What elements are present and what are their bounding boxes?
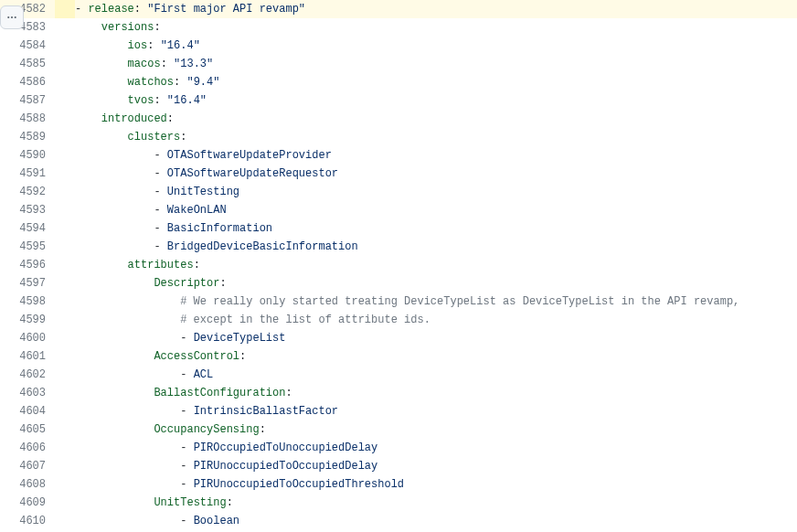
line-number[interactable]: 4585: [0, 55, 55, 73]
code-token: -: [154, 167, 166, 180]
line-number[interactable]: 4594: [0, 219, 55, 238]
line-number[interactable]: 4607: [0, 457, 55, 475]
line-number[interactable]: 4600: [0, 329, 55, 347]
code-token: -: [75, 3, 88, 16]
diff-marker: [55, 219, 75, 238]
code-token: ios: [128, 39, 148, 52]
code-line: 4606 - PIROccupiedToUnoccupiedDelay: [0, 439, 797, 457]
code-token: BasicInformation: [167, 222, 272, 235]
code-content[interactable]: - PIRUnoccupiedToOccupiedThreshold: [75, 475, 797, 494]
line-number[interactable]: 4596: [0, 256, 55, 274]
code-token: -: [180, 442, 193, 454]
code-content[interactable]: AccessControl:: [75, 347, 797, 366]
code-token: [75, 76, 128, 89]
line-number[interactable]: 4604: [0, 402, 55, 420]
diff-marker: [55, 439, 75, 457]
code-content[interactable]: # except in the list of attribute ids.: [75, 311, 797, 329]
code-line: 4583 versions:: [0, 18, 797, 37]
line-number[interactable]: 4609: [0, 494, 55, 512]
line-number[interactable]: 4584: [0, 37, 55, 55]
code-content[interactable]: clusters:: [75, 128, 797, 146]
code-content[interactable]: macos: "13.3": [75, 55, 797, 73]
code-token: -: [154, 222, 166, 235]
code-token: -: [180, 405, 193, 418]
code-content[interactable]: - PIROccupiedToUnoccupiedDelay: [75, 439, 797, 457]
line-number[interactable]: 4595: [0, 238, 55, 256]
svg-point-1: [11, 16, 13, 18]
code-content[interactable]: - ACL: [75, 366, 797, 384]
code-content[interactable]: introduced:: [75, 110, 797, 128]
code-content[interactable]: OccupancySensing:: [75, 420, 797, 439]
line-number[interactable]: 4586: [0, 73, 55, 91]
code-token: :: [147, 39, 160, 52]
code-token: UnitTesting: [154, 496, 226, 509]
diff-marker: [55, 128, 75, 146]
line-number[interactable]: 4603: [0, 384, 55, 402]
code-token: # We really only started treating Device…: [180, 295, 739, 308]
code-token: PIRUnoccupiedToOccupiedThreshold: [194, 478, 404, 491]
code-token: -: [180, 368, 193, 381]
code-content[interactable]: - BasicInformation: [75, 219, 797, 238]
line-number[interactable]: 4601: [0, 347, 55, 366]
code-token: clusters: [128, 131, 181, 144]
code-token: -: [154, 149, 166, 162]
line-number[interactable]: 4591: [0, 165, 55, 183]
code-content[interactable]: - OTASoftwareUpdateProvider: [75, 146, 797, 165]
line-number[interactable]: 4599: [0, 311, 55, 329]
code-content[interactable]: - UnitTesting: [75, 183, 797, 201]
code-content[interactable]: BallastConfiguration:: [75, 384, 797, 402]
code-token: OccupancySensing: [154, 423, 259, 436]
code-token: -: [180, 332, 193, 345]
line-number[interactable]: 4590: [0, 146, 55, 165]
code-token: -: [154, 186, 166, 198]
line-number[interactable]: 4587: [0, 91, 55, 110]
diff-marker: [55, 183, 75, 201]
code-content[interactable]: UnitTesting:: [75, 494, 797, 512]
line-number[interactable]: 4598: [0, 293, 55, 311]
code-content[interactable]: - release: "First major API revamp": [75, 0, 797, 18]
code-content[interactable]: tvos: "16.4": [75, 91, 797, 110]
diff-marker: [55, 37, 75, 55]
code-token: :: [134, 3, 147, 16]
code-token: :: [227, 496, 233, 509]
code-content[interactable]: - BridgedDeviceBasicInformation: [75, 238, 797, 256]
expand-button[interactable]: [0, 5, 24, 29]
line-number[interactable]: 4593: [0, 201, 55, 219]
line-number[interactable]: 4605: [0, 420, 55, 439]
code-line: 4582- release: "First major API revamp": [0, 0, 797, 18]
code-content[interactable]: - WakeOnLAN: [75, 201, 797, 219]
code-content[interactable]: - Boolean: [75, 512, 797, 530]
code-token: [75, 515, 180, 527]
code-content[interactable]: attributes:: [75, 256, 797, 274]
code-line: 4594 - BasicInformation: [0, 219, 797, 238]
line-number[interactable]: 4588: [0, 110, 55, 128]
code-content[interactable]: ios: "16.4": [75, 37, 797, 55]
code-content[interactable]: watchos: "9.4": [75, 73, 797, 91]
code-content[interactable]: versions:: [75, 18, 797, 37]
code-content[interactable]: - OTASoftwareUpdateRequestor: [75, 165, 797, 183]
line-number[interactable]: 4602: [0, 366, 55, 384]
diff-marker: [55, 475, 75, 494]
code-content[interactable]: Descriptor:: [75, 274, 797, 293]
code-token: -: [154, 204, 166, 217]
line-number[interactable]: 4606: [0, 439, 55, 457]
diff-marker: [55, 329, 75, 347]
line-number[interactable]: 4610: [0, 512, 55, 530]
line-number[interactable]: 4589: [0, 128, 55, 146]
code-content[interactable]: - PIRUnoccupiedToOccupiedDelay: [75, 457, 797, 475]
code-content[interactable]: # We really only started treating Device…: [75, 293, 797, 311]
line-number[interactable]: 4608: [0, 475, 55, 494]
code-token: tvos: [128, 94, 154, 107]
code-token: "First major API revamp": [147, 3, 305, 16]
diff-marker: [55, 402, 75, 420]
code-token: :: [154, 21, 160, 34]
line-number[interactable]: 4592: [0, 183, 55, 201]
code-token: [75, 332, 180, 345]
line-number[interactable]: 4597: [0, 274, 55, 293]
code-token: "16.4": [161, 39, 200, 52]
code-content[interactable]: - IntrinsicBallastFactor: [75, 402, 797, 420]
code-line: 4602 - ACL: [0, 366, 797, 384]
diff-marker: [55, 55, 75, 73]
code-token: ACL: [194, 368, 214, 381]
code-content[interactable]: - DeviceTypeList: [75, 329, 797, 347]
